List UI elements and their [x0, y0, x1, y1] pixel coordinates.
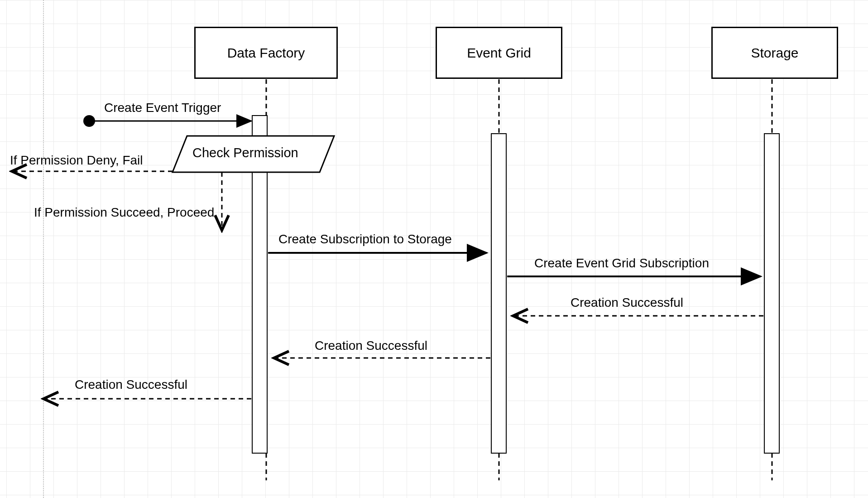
label-creation-success-2: Creation Successful	[315, 338, 427, 353]
activation-bar-storage	[764, 134, 779, 453]
sequence-diagram-canvas: Data Factory Event Grid Storage Create E…	[0, 0, 868, 498]
participant-storage: Storage	[711, 27, 838, 79]
label-permission-deny: If Permission Deny, Fail	[10, 153, 143, 168]
participant-data-factory: Data Factory	[194, 27, 338, 79]
participant-label: Storage	[751, 45, 798, 61]
label-create-event-trigger: Create Event Trigger	[104, 101, 221, 115]
activation-bar-event-grid	[491, 134, 506, 453]
participant-label: Data Factory	[227, 45, 305, 61]
participant-label: Event Grid	[467, 45, 531, 61]
label-create-subscription: Create Subscription to Storage	[278, 232, 452, 247]
participant-event-grid: Event Grid	[436, 27, 562, 79]
label-creation-success-1: Creation Successful	[571, 295, 683, 310]
label-check-permission: Check Permission	[192, 145, 298, 160]
label-create-eg-subscription: Create Event Grid Subscription	[534, 256, 709, 271]
label-permission-succeed: If Permission Succeed, Proceed	[34, 205, 214, 220]
label-creation-success-3: Creation Successful	[75, 377, 187, 392]
